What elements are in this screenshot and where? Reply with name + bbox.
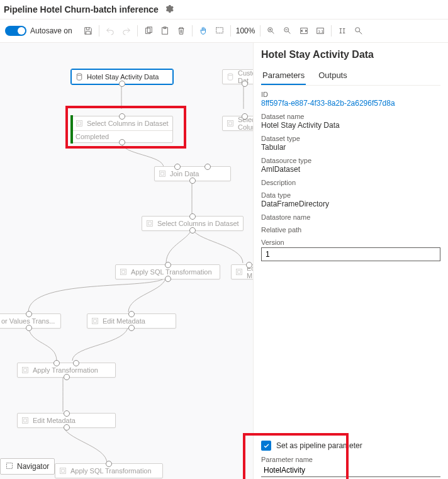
svg-rect-20: [148, 222, 152, 225]
svg-rect-23: [237, 269, 242, 275]
module-icon: [235, 268, 243, 276]
node-edit-metadata-1[interactable]: Edit Metadata: [87, 313, 176, 329]
svg-rect-14: [78, 122, 81, 125]
svg-rect-25: [92, 318, 98, 324]
check-icon: [261, 441, 271, 451]
autosave-label: Autosave on: [30, 26, 72, 35]
checkbox-set-pipeline-parameter[interactable]: Set as pipeline parameter: [261, 441, 440, 451]
label-datasource-type: Datasource type: [261, 157, 440, 164]
node-title: Hotel Stay Activity Data: [87, 73, 159, 81]
label-datastore-name: Datastore name: [261, 213, 440, 221]
settings-icon[interactable]: [165, 4, 174, 15]
node-title: Join Data: [170, 170, 199, 178]
label-description: Description: [261, 179, 440, 186]
svg-text:1:1: 1:1: [318, 29, 324, 33]
svg-rect-22: [122, 271, 125, 274]
module-icon: [146, 220, 154, 227]
navigator-label: Navigator: [17, 462, 49, 471]
value-id[interactable]: 8ff597fa-e887-4f33-8a2b-2a6296f57d8a: [261, 99, 440, 108]
node-title: Apply SQL Transformation: [70, 467, 152, 475]
node-apply-transformation[interactable]: Apply Transformation: [17, 363, 116, 378]
svg-rect-30: [24, 419, 27, 422]
module-icon: [76, 120, 83, 127]
node-title: Select Columns in Dataset: [87, 120, 169, 127]
node-title: Apply SQL Transformation: [131, 268, 212, 276]
svg-rect-27: [23, 368, 28, 373]
zoom-out-icon[interactable]: [281, 24, 294, 38]
svg-rect-26: [94, 320, 97, 323]
node-title: or Values Trans...: [1, 317, 55, 325]
node-apply-sql-1[interactable]: Apply SQL Transformation: [115, 264, 220, 279]
autosave-toggle[interactable]: [5, 26, 26, 36]
map-icon: [6, 462, 13, 471]
svg-point-10: [356, 28, 360, 32]
save-icon[interactable]: [82, 24, 94, 38]
database-icon: [227, 73, 234, 81]
svg-rect-32: [62, 470, 65, 473]
select-icon[interactable]: [213, 24, 226, 38]
label-dataset-name: Dataset name: [261, 113, 440, 120]
node-title: Select Columns in Dataset: [157, 220, 239, 227]
parameters-icon[interactable]: [336, 24, 349, 38]
label-data-type: Data type: [261, 191, 440, 199]
database-icon: [76, 73, 83, 81]
node-apply-sql-2[interactable]: Apply SQL Transformation: [55, 463, 163, 478]
node-hotel-stay-activity-data[interactable]: Hotel Stay Activity Data: [71, 69, 173, 84]
tab-parameters[interactable]: Parameters: [261, 67, 306, 85]
svg-rect-18: [161, 172, 164, 176]
checkbox-label: Set as pipeline parameter: [276, 441, 362, 450]
value-data-type: DataFrameDirectory: [261, 200, 440, 208]
zoom-in-icon[interactable]: [265, 24, 277, 38]
svg-rect-33: [7, 463, 13, 468]
label-version: Version: [261, 239, 440, 246]
label-parameter-name: Parameter name: [261, 456, 440, 463]
page-title: Pipeline Hotel Churn-batch inference: [4, 4, 159, 14]
svg-point-11: [77, 74, 82, 76]
paste-icon[interactable]: [159, 24, 171, 38]
node-join-data[interactable]: Join Data: [154, 166, 231, 181]
module-icon: [21, 366, 29, 374]
fit-screen-icon[interactable]: [298, 24, 310, 38]
value-dataset-type: Tabular: [261, 143, 440, 152]
pan-icon[interactable]: [197, 24, 210, 38]
undo-icon: [104, 24, 116, 38]
copy-icon[interactable]: [142, 24, 155, 38]
input-version[interactable]: [261, 247, 440, 261]
details-panel: Hotel Stay Activity Data Parameters Outp…: [253, 43, 448, 479]
label-id: ID: [261, 91, 440, 98]
svg-rect-31: [60, 468, 66, 474]
node-select-columns-3[interactable]: Select Columns in Dataset: [142, 216, 244, 231]
svg-rect-24: [238, 271, 241, 274]
svg-rect-19: [147, 221, 153, 227]
navigator-button[interactable]: Navigator: [0, 458, 55, 475]
svg-rect-28: [24, 369, 27, 372]
toolbar: Autosave on 100% 1:1: [0, 19, 448, 43]
node-select-columns-1[interactable]: Select Columns in Dataset Completed: [71, 116, 173, 143]
label-dataset-type: Dataset type: [261, 135, 440, 142]
module-icon: [227, 120, 234, 127]
input-parameter-name[interactable]: [261, 463, 440, 477]
node-title: Apply Transformation: [33, 366, 98, 374]
tab-outputs[interactable]: Outputs: [317, 67, 349, 85]
node-edit-metadata-2[interactable]: Edit Metadata: [17, 413, 116, 428]
label-relative-path: Relative path: [261, 226, 440, 234]
actual-size-icon[interactable]: 1:1: [314, 24, 327, 38]
svg-rect-29: [23, 418, 28, 424]
svg-rect-21: [121, 269, 126, 275]
redo-icon: [120, 24, 133, 38]
pipeline-canvas[interactable]: Hotel Stay Activity Data Customer Dat Se…: [0, 43, 247, 479]
module-icon: [120, 268, 127, 276]
delete-icon[interactable]: [175, 24, 188, 38]
module-icon: [59, 467, 67, 475]
node-title: Edit Metadata: [33, 417, 76, 424]
node-title: Edit Metadata: [103, 317, 145, 325]
module-icon: [91, 317, 99, 325]
zoom-level: 100%: [236, 26, 255, 35]
module-icon: [159, 170, 166, 178]
search-icon[interactable]: [352, 24, 365, 38]
node-clip-values[interactable]: or Values Trans...: [0, 313, 61, 329]
svg-rect-13: [77, 121, 82, 127]
svg-rect-17: [160, 171, 165, 177]
svg-rect-4: [216, 28, 223, 33]
value-dataset-name: Hotel Stay Activity Data: [261, 121, 440, 130]
